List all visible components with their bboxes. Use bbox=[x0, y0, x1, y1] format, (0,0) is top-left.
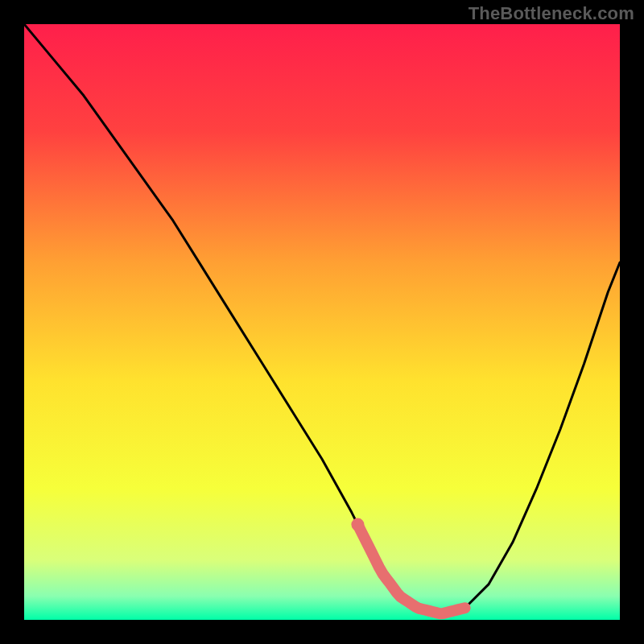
plot-gradient-background bbox=[24, 24, 620, 620]
chart-frame: { "watermark": "TheBottleneck.com", "col… bbox=[0, 0, 644, 644]
watermark-text: TheBottleneck.com bbox=[469, 3, 634, 24]
highlight-dot bbox=[351, 518, 364, 531]
bottleneck-chart bbox=[0, 0, 644, 644]
